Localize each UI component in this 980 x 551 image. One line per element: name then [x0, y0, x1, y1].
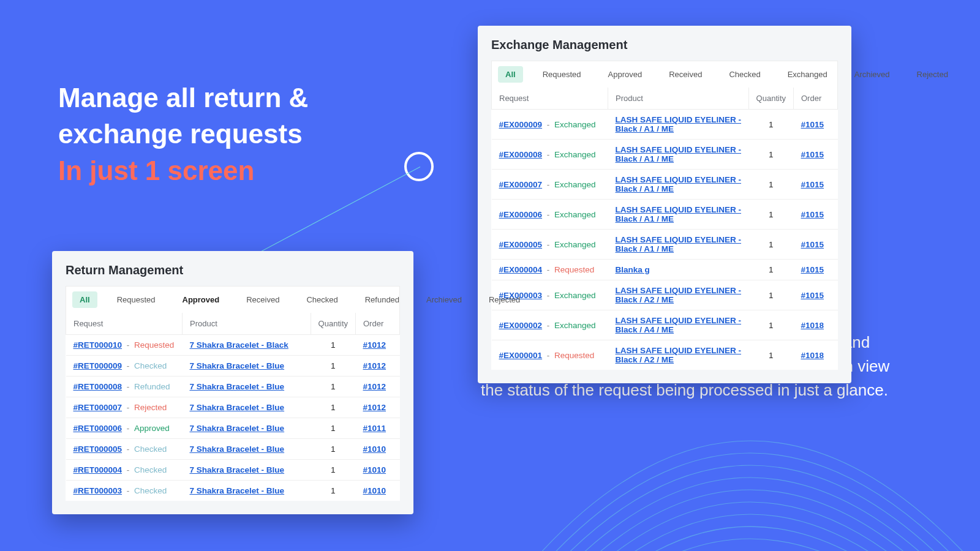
headline-line2: exchange requests — [58, 116, 308, 152]
request-link[interactable]: #RET000009 — [74, 361, 123, 370]
request-link[interactable]: #EX000005 — [499, 240, 543, 249]
order-link[interactable]: #1015 — [801, 240, 824, 249]
product-link[interactable]: 7 Shakra Bracelet - Blue — [190, 403, 285, 412]
product-link[interactable]: LASH SAFE LIQUID EYELINER - Black / A1 /… — [616, 115, 742, 133]
status-badge: Exchanged — [554, 120, 596, 129]
return-title: Return Management — [66, 263, 400, 277]
product-link[interactable]: LASH SAFE LIQUID EYELINER - Black / A2 /… — [616, 346, 742, 364]
table-row: #EX000007 - ExchangedLASH SAFE LIQUID EY… — [492, 170, 838, 200]
table-row: #RET000004 - Checked7 Shakra Bracelet - … — [66, 460, 400, 481]
tab-requested[interactable]: Requested — [110, 291, 163, 308]
product-link[interactable]: 7 Shakra Bracelet - Blue — [190, 361, 285, 370]
product-link[interactable]: 7 Shakra Bracelet - Blue — [190, 486, 285, 495]
headline: Manage all return & exchange requests In… — [58, 80, 308, 189]
tab-approved[interactable]: Approved — [175, 291, 227, 308]
qty-cell: 1 — [748, 310, 793, 340]
table-row: #EX000003 - ExchangedLASH SAFE LIQUID EY… — [492, 280, 838, 310]
product-link[interactable]: Blanka g — [616, 265, 650, 274]
request-link[interactable]: #EX000009 — [499, 120, 543, 129]
order-link[interactable]: #1015 — [801, 210, 824, 219]
product-link[interactable]: LASH SAFE LIQUID EYELINER - Black / A2 /… — [616, 286, 742, 304]
product-link[interactable]: LASH SAFE LIQUID EYELINER - Black / A1 /… — [616, 205, 742, 223]
request-link[interactable]: #RET000006 — [74, 424, 123, 433]
tab-archieved[interactable]: Archieved — [419, 291, 469, 308]
separator: - — [545, 321, 552, 330]
separator: - — [124, 486, 132, 495]
order-link[interactable]: #1018 — [801, 351, 824, 360]
status-badge: Exchanged — [554, 150, 596, 159]
status-badge: Checked — [134, 486, 167, 495]
request-link[interactable]: #RET000007 — [74, 403, 123, 412]
qty-cell: 1 — [311, 335, 355, 356]
qty-cell: 1 — [748, 200, 793, 230]
order-link[interactable]: #1012 — [363, 361, 386, 370]
separator: - — [545, 265, 552, 274]
qty-cell: 1 — [311, 481, 355, 501]
separator: - — [545, 351, 552, 360]
product-link[interactable]: 7 Shakra Bracelet - Blue — [190, 444, 285, 454]
order-link[interactable]: #1015 — [801, 180, 824, 189]
product-link[interactable]: 7 Shakra Bracelet - Blue — [190, 465, 285, 474]
order-link[interactable]: #1015 — [801, 291, 824, 300]
request-link[interactable]: #EX000007 — [499, 180, 543, 189]
order-link[interactable]: #1018 — [801, 321, 824, 330]
order-link[interactable]: #1015 — [801, 150, 824, 159]
exchange-title: Exchange Management — [491, 38, 838, 52]
product-link[interactable]: 7 Shakra Bracelet - Blue — [190, 424, 285, 433]
request-link[interactable]: #EX000006 — [499, 210, 543, 219]
request-link[interactable]: #RET000008 — [74, 382, 123, 391]
request-link[interactable]: #RET000010 — [74, 340, 123, 350]
order-link[interactable]: #1010 — [363, 486, 386, 495]
request-link[interactable]: #RET000003 — [74, 486, 123, 495]
order-link[interactable]: #1010 — [363, 444, 386, 454]
order-link[interactable]: #1012 — [363, 382, 386, 391]
product-link[interactable]: LASH SAFE LIQUID EYELINER - Black / A1 /… — [616, 145, 742, 163]
tab-received[interactable]: Received — [239, 291, 287, 308]
order-link[interactable]: #1011 — [363, 424, 386, 433]
table-row: #RET000006 - Approved7 Shakra Bracelet -… — [66, 418, 400, 439]
order-link[interactable]: #1012 — [363, 403, 386, 412]
order-link[interactable]: #1010 — [363, 465, 386, 474]
product-link[interactable]: LASH SAFE LIQUID EYELINER - Black / A1 /… — [616, 235, 742, 253]
th-request: Request — [492, 88, 608, 110]
qty-cell: 1 — [748, 280, 793, 310]
product-link[interactable]: 7 Shakra Bracelet - Blue — [190, 382, 285, 391]
order-link[interactable]: #1012 — [363, 340, 386, 350]
qty-cell: 1 — [748, 230, 793, 260]
qty-cell: 1 — [748, 110, 793, 140]
request-link[interactable]: #EX000008 — [499, 150, 543, 159]
status-badge: Requested — [134, 340, 174, 350]
separator: - — [124, 361, 132, 370]
product-link[interactable]: LASH SAFE LIQUID EYELINER - Black / A1 /… — [616, 175, 742, 193]
status-badge: Checked — [134, 465, 167, 474]
table-row: #EX000001 - RequestedLASH SAFE LIQUID EY… — [492, 340, 838, 370]
tab-exchanged[interactable]: Exchanged — [780, 66, 835, 83]
tab-rejected[interactable]: Rejected — [481, 291, 527, 308]
tab-refunded[interactable]: Refunded — [358, 291, 407, 308]
request-link[interactable]: #EX000001 — [499, 351, 543, 360]
tab-rejected[interactable]: Rejected — [910, 66, 956, 83]
tab-checked[interactable]: Checked — [722, 66, 767, 83]
tab-archieved[interactable]: Archieved — [847, 66, 897, 83]
order-link[interactable]: #1015 — [801, 120, 824, 129]
exchange-panel: Exchange Management AllRequestedApproved… — [478, 26, 851, 383]
request-link[interactable]: #EX000002 — [499, 321, 543, 330]
tab-requested[interactable]: Requested — [535, 66, 589, 83]
order-link[interactable]: #1015 — [801, 265, 824, 274]
table-row: #EX000005 - ExchangedLASH SAFE LIQUID EY… — [492, 230, 838, 260]
tab-checked[interactable]: Checked — [299, 291, 345, 308]
tab-all[interactable]: All — [498, 66, 523, 83]
separator: - — [545, 120, 552, 129]
product-link[interactable]: 7 Shakra Bracelet - Black — [190, 340, 288, 350]
separator: - — [124, 340, 132, 350]
qty-cell: 1 — [748, 340, 793, 370]
request-link[interactable]: #EX000004 — [499, 265, 543, 274]
request-link[interactable]: #RET000004 — [74, 465, 123, 474]
request-link[interactable]: #RET000005 — [74, 444, 123, 454]
tab-received[interactable]: Received — [662, 66, 709, 83]
tab-approved[interactable]: Approved — [601, 66, 650, 83]
product-link[interactable]: LASH SAFE LIQUID EYELINER - Black / A4 /… — [616, 316, 742, 334]
tab-all[interactable]: All — [72, 291, 97, 308]
status-badge: Exchanged — [554, 321, 596, 330]
qty-cell: 1 — [311, 460, 355, 481]
